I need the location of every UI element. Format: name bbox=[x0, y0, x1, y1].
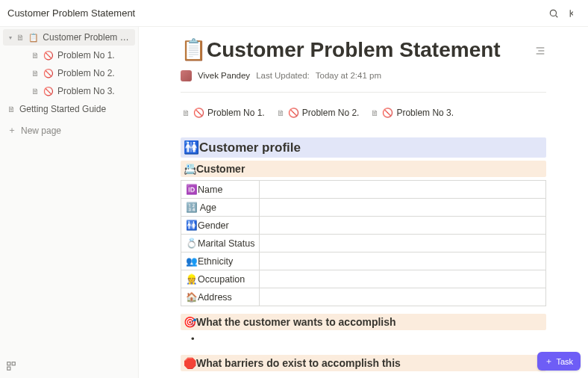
heading-barriers[interactable]: 🛑What barriers do exist to accomplish th… bbox=[181, 355, 546, 371]
page-icon: 🗎 bbox=[7, 105, 16, 114]
sidebar-item-problem-1[interactable]: 🗎 🚫 Problem No 1. bbox=[3, 47, 135, 63]
table-row[interactable]: 👥Ethnicity bbox=[181, 252, 546, 270]
page-icon: 🗎 bbox=[31, 69, 40, 78]
page-icon: 🗎 bbox=[371, 108, 379, 117]
subpage-label: Problem No 1. bbox=[207, 108, 265, 118]
svg-rect-5 bbox=[7, 367, 10, 370]
search-icon[interactable] bbox=[545, 4, 563, 22]
bullet-item[interactable] bbox=[181, 371, 546, 378]
profile-value[interactable] bbox=[260, 234, 546, 252]
page-icon: 🗎 bbox=[16, 33, 25, 42]
profile-value[interactable] bbox=[260, 180, 546, 198]
subpage-label: Problem No 2. bbox=[302, 108, 360, 118]
page-emoji: 🚫 bbox=[43, 69, 54, 78]
author-avatar[interactable] bbox=[181, 70, 192, 81]
page-emoji: 📋 bbox=[28, 33, 39, 43]
profile-key: 💍Marital Status bbox=[181, 234, 260, 252]
subpage-link-problem-3[interactable]: 🗎 🚫 Problem No 3. bbox=[371, 108, 454, 118]
page-icon: 🗎 bbox=[31, 87, 40, 96]
svg-rect-3 bbox=[7, 362, 10, 365]
profile-key: 👷Occupation bbox=[181, 270, 260, 288]
templates-icon[interactable] bbox=[6, 361, 16, 374]
table-row[interactable]: 🆔Name bbox=[181, 180, 546, 198]
sidebar-item-problem-3[interactable]: 🗎 🚫 Problem No 3. bbox=[3, 83, 135, 99]
sidebar-item-getting-started[interactable]: 🗎 Getting Started Guide bbox=[3, 101, 135, 117]
subpage-links: 🗎 🚫 Problem No 1. 🗎 🚫 Problem No 2. 🗎 🚫 … bbox=[181, 103, 546, 123]
breadcrumb[interactable]: Customer Problem Statement bbox=[7, 7, 135, 19]
customer-profile-table[interactable]: 🆔Name🔢 Age🚻Gender💍Marital Status👥Ethnici… bbox=[181, 180, 546, 306]
table-row[interactable]: 🚻Gender bbox=[181, 216, 546, 234]
svg-point-0 bbox=[550, 10, 556, 16]
topbar: Customer Problem Statement bbox=[0, 0, 588, 27]
new-page-button[interactable]: ＋ New page bbox=[0, 121, 138, 140]
new-task-button[interactable]: ＋ Task bbox=[537, 352, 581, 371]
plus-icon: ＋ bbox=[545, 356, 553, 367]
profile-key: 🏠Address bbox=[181, 288, 260, 306]
page-meta: Vivek Pandey Last Updated: Today at 2:41… bbox=[181, 70, 546, 81]
bullet-item[interactable] bbox=[181, 330, 546, 347]
profile-key: 👥Ethnicity bbox=[181, 252, 260, 270]
page-emoji: 🚫 bbox=[193, 108, 204, 118]
table-row[interactable]: 🔢 Age bbox=[181, 198, 546, 216]
table-row[interactable]: 🏠Address bbox=[181, 288, 546, 306]
sidebar-item-label: Problem No 3. bbox=[57, 86, 115, 96]
last-updated-value: Today at 2:41 pm bbox=[316, 71, 381, 80]
page-emoji: 🚫 bbox=[288, 108, 299, 118]
page-title-emoji: 📋 bbox=[181, 38, 207, 61]
main-content: 📋Customer Problem Statement Vivek Pandey… bbox=[139, 27, 588, 378]
author-name[interactable]: Vivek Pandey bbox=[198, 71, 250, 80]
sidebar: ▾ 🗎 📋 Customer Problem Statement 🗎 🚫 Pro… bbox=[0, 27, 139, 378]
page-icon: 🗎 bbox=[31, 51, 40, 60]
svg-line-1 bbox=[556, 15, 558, 17]
page-emoji: 🚫 bbox=[382, 108, 393, 118]
page-icon: 🗎 bbox=[277, 108, 285, 117]
table-row[interactable]: 👷Occupation bbox=[181, 270, 546, 288]
page-emoji: 🚫 bbox=[43, 87, 54, 96]
plus-icon: ＋ bbox=[7, 124, 16, 137]
task-label: Task bbox=[556, 357, 573, 366]
page-emoji: 🚫 bbox=[43, 51, 54, 61]
profile-value[interactable] bbox=[260, 270, 546, 288]
profile-key: 🔢 Age bbox=[181, 198, 260, 216]
subpage-link-problem-1[interactable]: 🗎 🚫 Problem No 1. bbox=[182, 108, 265, 118]
heading-customer-profile[interactable]: 🚻Customer profile bbox=[181, 137, 546, 158]
divider bbox=[181, 92, 546, 93]
sidebar-item-label: Customer Problem Statement bbox=[43, 32, 129, 43]
subpage-label: Problem No 3. bbox=[396, 108, 454, 118]
table-row[interactable]: 💍Marital Status bbox=[181, 234, 546, 252]
profile-value[interactable] bbox=[260, 198, 546, 216]
profile-key: 🚻Gender bbox=[181, 216, 260, 234]
profile-value[interactable] bbox=[260, 252, 546, 270]
last-updated-label: Last Updated: bbox=[256, 71, 310, 80]
heading-customer[interactable]: 📇Customer bbox=[181, 161, 546, 177]
sidebar-item-problem-2[interactable]: 🗎 🚫 Problem No 2. bbox=[3, 65, 135, 81]
new-page-label: New page bbox=[21, 126, 61, 136]
sidebar-item-label: Problem No 2. bbox=[57, 68, 115, 78]
profile-value[interactable] bbox=[260, 288, 546, 306]
collapse-sidebar-icon[interactable] bbox=[563, 4, 581, 22]
profile-key: 🆔Name bbox=[181, 180, 260, 198]
subpage-link-problem-2[interactable]: 🗎 🚫 Problem No 2. bbox=[277, 108, 360, 118]
sidebar-item-customer-problem-statement[interactable]: ▾ 🗎 📋 Customer Problem Statement bbox=[3, 29, 135, 46]
sidebar-item-label: Problem No 1. bbox=[57, 50, 115, 61]
page-title-text: Customer Problem Statement bbox=[207, 38, 501, 61]
heading-wants[interactable]: 🎯What the customer wants to accomplish bbox=[181, 314, 546, 330]
page-title[interactable]: 📋Customer Problem Statement bbox=[181, 37, 530, 63]
svg-rect-4 bbox=[12, 362, 15, 365]
page-outline-icon[interactable] bbox=[534, 45, 546, 59]
sidebar-item-label: Getting Started Guide bbox=[19, 104, 106, 114]
page-icon: 🗎 bbox=[182, 108, 190, 117]
chevron-down-icon[interactable]: ▾ bbox=[7, 34, 13, 41]
profile-value[interactable] bbox=[260, 216, 546, 234]
